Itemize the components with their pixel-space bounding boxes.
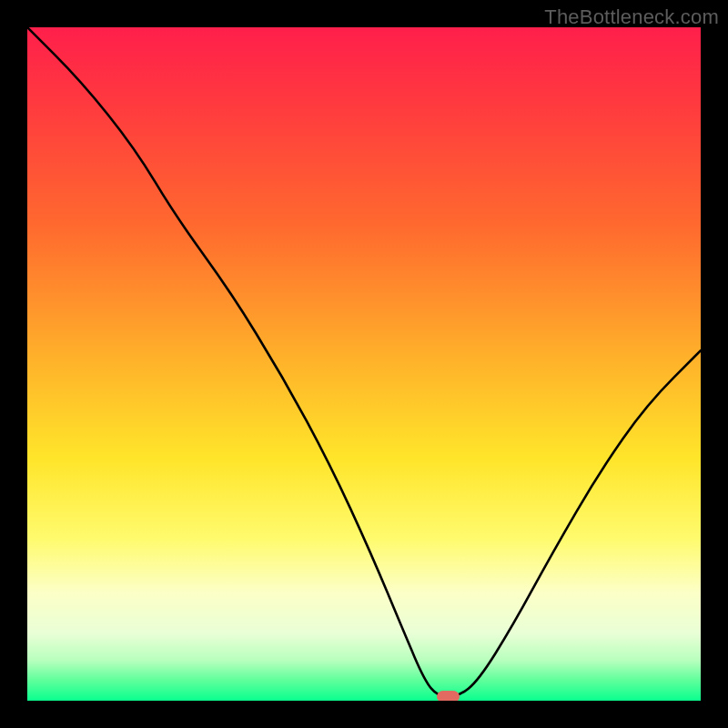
attribution-text: TheBottleneck.com bbox=[544, 5, 719, 29]
optimal-marker bbox=[438, 692, 460, 701]
plot-area bbox=[27, 27, 701, 701]
curve-layer bbox=[27, 27, 701, 701]
chart-stage: TheBottleneck.com bbox=[0, 0, 728, 728]
bottleneck-curve bbox=[27, 27, 701, 697]
